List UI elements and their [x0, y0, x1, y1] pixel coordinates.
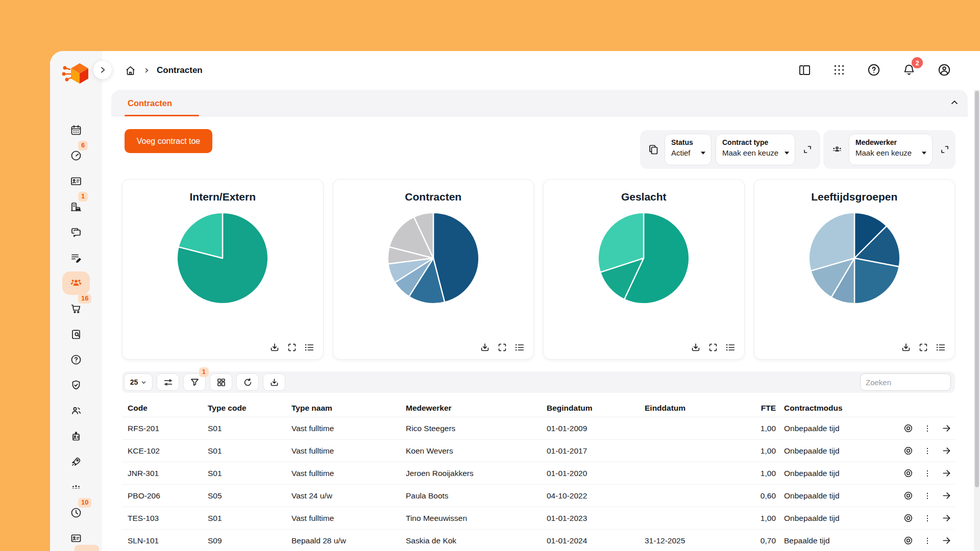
split-view-icon[interactable]: [798, 63, 812, 77]
list-icon[interactable]: [514, 342, 525, 353]
add-contract-button[interactable]: Voeg contract toe: [125, 129, 212, 153]
column-settings-button[interactable]: [157, 373, 179, 391]
sidebar-item-security[interactable]: [66, 375, 86, 395]
list-icon[interactable]: [935, 342, 946, 353]
account-icon[interactable]: [937, 63, 951, 77]
sidebar-item-help[interactable]: [66, 349, 86, 370]
company-badge: 1: [78, 192, 88, 202]
chevron-down-icon: [921, 151, 927, 155]
sidebar-item-rocket[interactable]: [66, 452, 86, 472]
kebab-menu-icon[interactable]: [923, 446, 932, 456]
cell: S01: [208, 446, 291, 456]
topbar-actions: 2: [798, 63, 951, 77]
medewerker-dropdown[interactable]: Medewerker Maak een keuze: [849, 134, 933, 165]
kebab-menu-icon[interactable]: [923, 469, 932, 478]
kebab-menu-icon[interactable]: [923, 424, 932, 433]
expand-corners-icon[interactable]: [802, 144, 813, 155]
sidebar-item-users[interactable]: [66, 400, 86, 421]
cell: 04-10-2022: [547, 491, 645, 500]
sidebar-item-dashboard[interactable]: 6: [66, 145, 86, 166]
layout-grid-icon: [216, 377, 227, 388]
filter-button[interactable]: 1: [183, 373, 206, 391]
chart-card-leeftijdsgroepen: Leeftijdsgroepen: [754, 179, 955, 360]
panel-collapse-chevron-up-icon[interactable]: [949, 97, 960, 108]
view-icon[interactable]: [903, 445, 914, 456]
view-icon[interactable]: [903, 535, 914, 546]
download-icon[interactable]: [900, 342, 912, 353]
arrow-right-icon[interactable]: [941, 445, 952, 456]
sidebar-expand-button[interactable]: [93, 60, 112, 80]
layout-grid-button[interactable]: [210, 373, 232, 391]
sidebar-item-org[interactable]: [66, 477, 86, 497]
expand-corners-icon[interactable]: [939, 144, 950, 155]
cell: 1,00: [754, 446, 776, 456]
cell: 1,00: [754, 469, 776, 478]
breadcrumb: Contracten: [125, 63, 203, 78]
search-input[interactable]: [860, 373, 951, 391]
sidebar-item-id-card[interactable]: [66, 171, 86, 191]
home-icon[interactable]: [125, 65, 136, 77]
table-row[interactable]: TES-103S01Vast fulltimeTino Meeuwissen01…: [122, 507, 955, 530]
sidebar-item-chat[interactable]: [66, 222, 86, 242]
fullscreen-icon[interactable]: [707, 342, 719, 353]
view-icon[interactable]: [903, 468, 914, 479]
table-row[interactable]: KCE-102S01Vast fulltimeKoen Wevers01-01-…: [122, 440, 955, 462]
arrow-right-icon[interactable]: [941, 468, 952, 479]
page-size-select[interactable]: 25: [124, 373, 153, 391]
download-icon[interactable]: [690, 342, 701, 353]
view-icon[interactable]: [903, 513, 914, 523]
download-icon[interactable]: [269, 342, 280, 353]
refresh-button[interactable]: [236, 373, 259, 391]
view-icon[interactable]: [903, 423, 914, 434]
arrow-right-icon[interactable]: [941, 513, 952, 523]
kebab-menu-icon[interactable]: [923, 536, 932, 545]
rocket-icon: [70, 456, 82, 468]
filter-count-badge: 1: [199, 367, 209, 377]
chart-title: Contracten: [333, 191, 534, 203]
table-row[interactable]: SLN-101S09Bepaald 28 u/wSaskia de Kok01-…: [122, 530, 955, 551]
tab-contracten[interactable]: Contracten: [128, 90, 172, 116]
fullscreen-icon[interactable]: [497, 342, 508, 353]
cell: 0,70: [754, 536, 776, 545]
refresh-icon: [242, 377, 253, 388]
list-icon[interactable]: [304, 342, 315, 353]
sidebar-item-company[interactable]: 1: [66, 196, 86, 217]
notifications-bell-icon[interactable]: 2: [902, 63, 916, 77]
sidebar-item-time[interactable]: 10: [66, 503, 86, 523]
sidebar-item-team-active[interactable]: [62, 271, 90, 295]
help-icon[interactable]: [867, 63, 881, 77]
kebab-menu-icon[interactable]: [923, 514, 932, 523]
fullscreen-icon[interactable]: [918, 342, 929, 353]
team-small-icon: [830, 143, 844, 156]
contract-type-dropdown[interactable]: Contract type Maak een keuze: [716, 134, 795, 165]
copy-icon: [647, 143, 659, 156]
list-icon[interactable]: [725, 342, 736, 353]
sidebar-item-calendar[interactable]: [66, 120, 86, 140]
apps-grid-icon[interactable]: [832, 63, 846, 77]
table-row[interactable]: RFS-201S01Vast fulltimeRico Steegers01-0…: [122, 417, 955, 440]
kebab-menu-icon[interactable]: [923, 491, 932, 500]
sidebar-item-clipboard-search[interactable]: [66, 324, 86, 344]
chevron-down-icon: [784, 151, 790, 155]
arrow-right-icon[interactable]: [941, 423, 952, 434]
breadcrumb-chevron-icon: [143, 67, 150, 73]
cell: Bepaald 28 u/w: [291, 536, 406, 545]
status-dropdown[interactable]: Status Actief: [665, 134, 712, 165]
table-row[interactable]: JNR-301S01Vast fulltimeJeroen Rooijakker…: [122, 462, 955, 485]
column-header: Type code: [208, 404, 291, 413]
arrow-right-icon[interactable]: [941, 490, 952, 501]
cell: Saskia de Kok: [406, 536, 547, 545]
scrollbar-thumb[interactable]: [975, 91, 979, 487]
cell: 0,60: [754, 491, 776, 500]
export-button[interactable]: [263, 373, 285, 391]
cell: 01-01-2024: [547, 536, 645, 545]
arrow-right-icon[interactable]: [941, 535, 952, 546]
sidebar-item-notes[interactable]: [66, 247, 86, 268]
fullscreen-icon[interactable]: [286, 342, 298, 353]
filter-group-contract: Status Actief Contract type Maak een keu…: [640, 130, 820, 169]
table-row[interactable]: PBO-206S05Vast 24 u/wPaula Boots04-10-20…: [122, 485, 955, 507]
sidebar-item-cart[interactable]: 16: [66, 298, 86, 319]
view-icon[interactable]: [903, 490, 914, 501]
download-icon[interactable]: [479, 342, 491, 353]
sidebar-item-badge[interactable]: [66, 426, 86, 446]
